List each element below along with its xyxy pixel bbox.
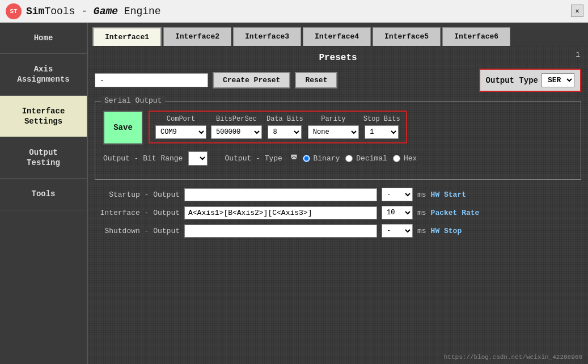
title-sim: Sim: [26, 6, 44, 17]
sidebar-item-interface-settings[interactable]: Interface Settings: [0, 96, 87, 137]
stopbits-group: Stop Bits 1 1.52: [363, 115, 400, 139]
stopbits-label: Stop Bits: [363, 115, 400, 123]
bps-select[interactable]: 500000 9600115200250000: [211, 125, 262, 139]
output-bit-range-label: Output - Bit Range: [103, 154, 183, 163]
panel-number: 1: [576, 50, 580, 59]
tab-interface5[interactable]: Interface5: [373, 27, 441, 46]
comport-select[interactable]: COM9 COM1COM2COM3 COM4COM5COM6: [155, 125, 206, 139]
tab-interface6[interactable]: Interface6: [442, 27, 510, 46]
binary-radio-group: Binary: [303, 154, 340, 163]
shutdown-output-row: Shutdown - Output - 102050 ms HW Stop: [95, 224, 581, 238]
output-type-label: Output Type: [486, 76, 538, 85]
sidebar: Home Axis Assignments Interface Settings…: [0, 23, 88, 364]
databits-group: Data Bits 8 567: [266, 115, 303, 139]
sidebar-item-home[interactable]: Home: [0, 23, 87, 54]
interface-ms-select[interactable]: 10 152050: [382, 206, 413, 219]
stopbits-select[interactable]: 1 1.52: [365, 125, 399, 139]
save-button[interactable]: Save: [103, 111, 143, 145]
shutdown-hw-label: HW Stop: [431, 227, 476, 235]
tab-bar: Interface1 Interface2 Interface3 Interfa…: [88, 23, 588, 46]
output-bit-range-row: Output - Bit Range Output - Type ◚ Binar…: [103, 151, 573, 166]
startup-output-row: Startup - Output - 102050100 ms HW Start: [95, 188, 581, 201]
parity-label: Parity: [321, 115, 345, 123]
tab-interface2[interactable]: Interface2: [163, 27, 231, 46]
interface-label: Interface - Output: [95, 209, 180, 217]
hex-radio[interactable]: [393, 155, 400, 162]
fields-row: ComPort COM9 COM1COM2COM3 COM4COM5COM6 B…: [155, 115, 400, 139]
shutdown-ms-unit: ms: [417, 227, 426, 235]
sidebar-item-output-testing[interactable]: Output Testing: [0, 137, 87, 179]
sidebar-item-tools[interactable]: Tools: [0, 179, 87, 210]
title-game: Game: [94, 6, 118, 17]
startup-ms-select[interactable]: - 102050100: [382, 188, 413, 201]
output-bit-range-select[interactable]: [188, 151, 208, 166]
com-section: ComPort COM9 COM1COM2COM3 COM4COM5COM6 B…: [149, 111, 407, 143]
shutdown-input[interactable]: [184, 225, 377, 238]
tab-interface1[interactable]: Interface1: [92, 27, 162, 46]
bps-label: BitsPerSec: [216, 115, 257, 123]
hex-radio-group: Hex: [393, 154, 417, 163]
serial-output-section: Serial Output Save ComPort COM9 COM1COM2…: [95, 101, 581, 180]
databits-select[interactable]: 8 567: [268, 125, 302, 139]
main-layout: Home Axis Assignments Interface Settings…: [0, 23, 588, 364]
presets-title: Presets: [95, 53, 581, 63]
binary-label: Binary: [314, 154, 340, 163]
parity-select[interactable]: None EvenOdd: [308, 125, 359, 139]
title-tools: Tools: [44, 6, 75, 17]
presets-row: - Create Preset Reset Output Type SER PW…: [95, 69, 581, 92]
interface-ms-unit: ms: [417, 209, 426, 217]
decimal-label: Decimal: [356, 154, 387, 163]
bps-group: BitsPerSec 500000 9600115200250000: [211, 115, 262, 139]
shutdown-ms-select[interactable]: - 102050: [382, 224, 413, 238]
decimal-radio-group: Decimal: [345, 154, 387, 163]
startup-input[interactable]: [184, 188, 377, 201]
decimal-radio[interactable]: [345, 155, 353, 162]
content-area: Interface1 Interface2 Interface3 Interfa…: [88, 23, 588, 364]
sidebar-item-axis-assignments[interactable]: Axis Assignments: [0, 54, 87, 95]
logo-text: ST: [10, 8, 17, 15]
startup-label: Startup - Output: [95, 191, 180, 199]
title-bar: ST SimTools - Game Engine ✕: [0, 0, 588, 23]
preset-dropdown[interactable]: -: [95, 73, 208, 87]
comport-group: ComPort COM9 COM1COM2COM3 COM4COM5COM6: [155, 115, 206, 139]
tab-interface4[interactable]: Interface4: [303, 27, 371, 46]
interface-output-row: Interface - Output 10 152050 ms Packet R…: [95, 206, 581, 219]
tab-interface3[interactable]: Interface3: [233, 27, 301, 46]
output-type-select[interactable]: SER PWM STP DIR: [542, 73, 574, 87]
reset-button[interactable]: Reset: [295, 72, 337, 88]
shutdown-label: Shutdown - Output: [95, 227, 180, 235]
startup-hw-label: HW Start: [431, 191, 476, 199]
databits-label: Data Bits: [266, 115, 303, 123]
interface-input[interactable]: [184, 206, 377, 219]
hex-label: Hex: [404, 154, 417, 163]
comport-label: ComPort: [167, 115, 195, 123]
close-button[interactable]: ✕: [571, 5, 583, 17]
create-preset-button[interactable]: Create Preset: [213, 72, 290, 88]
crescent-icon: ◚: [291, 153, 297, 164]
output-type-box: Output Type SER PWM STP DIR: [479, 69, 581, 92]
binary-radio[interactable]: [303, 155, 310, 162]
app-logo: ST: [6, 3, 22, 19]
panel: 1 Presets - Create Preset Reset Output T…: [88, 46, 588, 364]
interface-hw-label: Packet Rate: [431, 209, 480, 217]
title-engine: Engine: [118, 6, 161, 17]
app-title: SimTools - Game Engine: [26, 6, 161, 17]
watermark: https://blog.csdn.net/weixin_42208960: [444, 354, 582, 361]
parity-group: Parity None EvenOdd: [308, 115, 359, 139]
serial-inner: Save ComPort COM9 COM1COM2COM3 COM4COM5C…: [103, 111, 573, 145]
serial-legend: Serial Output: [101, 96, 165, 105]
startup-ms-unit: ms: [417, 191, 426, 199]
output-type-label2: Output - Type: [225, 154, 282, 163]
